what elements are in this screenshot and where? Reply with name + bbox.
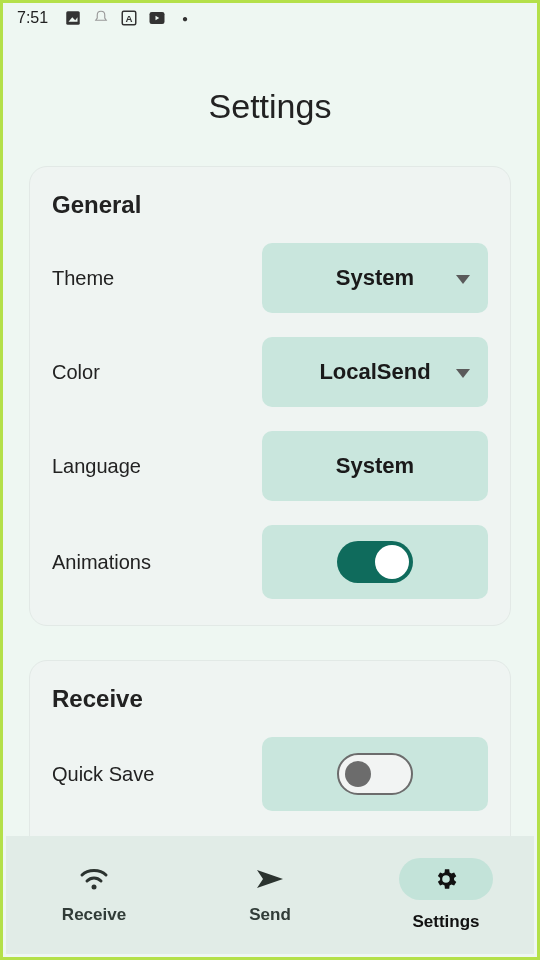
svg-text:A: A bbox=[126, 13, 133, 24]
theme-row: Theme System bbox=[52, 243, 488, 313]
toggle-knob bbox=[345, 761, 371, 787]
status-time: 7:51 bbox=[17, 9, 48, 27]
status-icons: A ● bbox=[64, 9, 194, 27]
svg-marker-9 bbox=[257, 870, 283, 888]
bottom-nav: Receive Send Settings bbox=[6, 836, 534, 954]
color-select[interactable]: LocalSend bbox=[262, 337, 488, 407]
general-heading: General bbox=[52, 191, 488, 219]
chevron-down-icon bbox=[456, 265, 470, 291]
nav-settings-label: Settings bbox=[412, 912, 479, 932]
page-title: Settings bbox=[3, 87, 537, 126]
language-select[interactable]: System bbox=[262, 431, 488, 501]
chevron-down-icon bbox=[456, 359, 470, 385]
theme-select[interactable]: System bbox=[262, 243, 488, 313]
picture-icon bbox=[64, 9, 82, 27]
quicksave-toggle-wrap bbox=[262, 737, 488, 811]
language-row: Language System bbox=[52, 431, 488, 501]
send-icon bbox=[255, 865, 285, 893]
wifi-icon bbox=[79, 865, 109, 893]
font-icon: A bbox=[120, 9, 138, 27]
svg-point-8 bbox=[92, 885, 97, 890]
toggle-knob bbox=[375, 545, 409, 579]
animations-label: Animations bbox=[52, 551, 151, 574]
video-icon bbox=[148, 9, 166, 27]
color-value: LocalSend bbox=[319, 359, 430, 385]
dot-icon: ● bbox=[176, 9, 194, 27]
gear-icon bbox=[399, 858, 493, 900]
animations-toggle[interactable] bbox=[337, 541, 413, 583]
svg-marker-6 bbox=[456, 275, 470, 284]
general-card: General Theme System Color LocalSend Lan… bbox=[29, 166, 511, 626]
nav-receive[interactable]: Receive bbox=[19, 865, 169, 925]
quicksave-row: Quick Save bbox=[52, 737, 488, 811]
nav-send[interactable]: Send bbox=[195, 865, 345, 925]
status-bar: 7:51 A ● bbox=[3, 3, 537, 33]
nav-settings[interactable]: Settings bbox=[371, 858, 521, 932]
animations-toggle-wrap bbox=[262, 525, 488, 599]
quicksave-toggle[interactable] bbox=[337, 753, 413, 795]
language-label: Language bbox=[52, 455, 141, 478]
receive-card: Receive Quick Save bbox=[29, 660, 511, 862]
animations-row: Animations bbox=[52, 525, 488, 599]
color-label: Color bbox=[52, 361, 100, 384]
receive-heading: Receive bbox=[52, 685, 488, 713]
notification-icon bbox=[92, 9, 110, 27]
language-value: System bbox=[336, 453, 414, 479]
nav-receive-label: Receive bbox=[62, 905, 126, 925]
nav-send-label: Send bbox=[249, 905, 291, 925]
color-row: Color LocalSend bbox=[52, 337, 488, 407]
theme-label: Theme bbox=[52, 267, 114, 290]
quicksave-label: Quick Save bbox=[52, 763, 154, 786]
theme-value: System bbox=[336, 265, 414, 291]
svg-marker-7 bbox=[456, 369, 470, 378]
